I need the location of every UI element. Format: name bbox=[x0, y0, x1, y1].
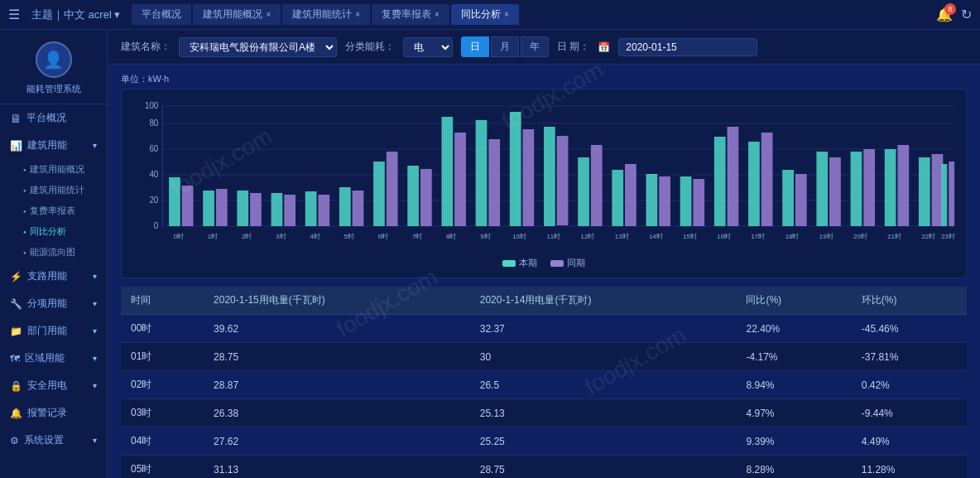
tab-building-stats[interactable]: 建筑用能统计 × bbox=[282, 4, 370, 25]
system-title: 能耗管理系统 bbox=[26, 83, 81, 95]
notification-badge: 8 bbox=[944, 3, 956, 15]
sidebar: 👤 能耗管理系统 🖥 平台概况 📊 建筑用能 ▾ 建筑用能概况 建筑用能统计 复… bbox=[0, 30, 108, 478]
close-icon[interactable]: × bbox=[504, 10, 509, 19]
sidebar-item-settings[interactable]: ⚙ 系统设置 ▾ bbox=[0, 427, 107, 454]
svg-text:9时: 9时 bbox=[480, 233, 490, 240]
cell-chain: -37.81% bbox=[852, 343, 967, 371]
svg-rect-43 bbox=[510, 112, 521, 226]
cell-previous: 25.13 bbox=[470, 399, 737, 427]
svg-rect-58 bbox=[680, 176, 692, 226]
table-row: 05时31.1328.758.28%11.28% bbox=[121, 456, 967, 479]
svg-text:21时: 21时 bbox=[887, 233, 901, 240]
btn-period-year[interactable]: 年 bbox=[521, 36, 549, 57]
btn-period-month[interactable]: 月 bbox=[491, 36, 519, 57]
tab-bar: 平台概况 建筑用能概况 × 建筑用能统计 × 复费率报表 × 同比分析 × bbox=[132, 4, 931, 25]
svg-text:19时: 19时 bbox=[819, 233, 833, 240]
sidebar-item-safety[interactable]: 🔒 安全用电 ▾ bbox=[0, 372, 107, 399]
cell-chain: 4.49% bbox=[852, 427, 967, 456]
table-row: 04时27.6225.259.39%4.49% bbox=[121, 427, 967, 456]
svg-text:14时: 14时 bbox=[649, 233, 663, 240]
cell-chain: -45.46% bbox=[852, 315, 967, 343]
area-icon: 🗺 bbox=[10, 353, 20, 365]
building-label: 建筑名称： bbox=[121, 40, 171, 54]
legend-current: 本期 bbox=[502, 257, 537, 269]
building-select[interactable]: 安科瑞电气股份有限公司A楼 bbox=[179, 37, 337, 57]
svg-rect-56 bbox=[659, 176, 670, 226]
sidebar-item-branch[interactable]: ⚡ 支路用能 ▾ bbox=[0, 263, 107, 290]
svg-rect-13 bbox=[169, 177, 180, 226]
topbar: ☰ 主题｜中文 acrel ▾ 平台概况 建筑用能概况 × 建筑用能统计 × 复… bbox=[0, 0, 980, 30]
svg-text:22时: 22时 bbox=[921, 233, 935, 240]
close-icon[interactable]: × bbox=[435, 10, 440, 19]
btn-period-day[interactable]: 日 bbox=[461, 36, 489, 57]
cell-previous: 32.37 bbox=[470, 315, 737, 343]
refresh-icon[interactable]: ↻ bbox=[961, 7, 972, 22]
sidebar-item-rate-report[interactable]: 复费率报表 bbox=[13, 200, 107, 221]
svg-rect-28 bbox=[339, 187, 351, 226]
cell-time: 04时 bbox=[121, 427, 204, 456]
sidebar-item-platform[interactable]: 🖥 平台概况 bbox=[0, 104, 107, 132]
svg-rect-47 bbox=[557, 136, 569, 225]
data-table-wrap: 时间 2020-1-15用电量(千瓦时) 2020-1-14用电量(千瓦时) 同… bbox=[108, 287, 980, 478]
col-header-previous: 2020-1-14用电量(千瓦时) bbox=[470, 287, 737, 315]
svg-rect-59 bbox=[693, 179, 704, 226]
sidebar-item-building-overview[interactable]: 建筑用能概况 bbox=[13, 159, 107, 180]
sidebar-item-building-stats[interactable]: 建筑用能统计 bbox=[13, 180, 107, 200]
svg-rect-46 bbox=[544, 127, 555, 226]
svg-text:18时: 18时 bbox=[785, 233, 800, 240]
sidebar-item-area[interactable]: 🗺 区域用能 ▾ bbox=[0, 345, 107, 372]
cell-time: 03时 bbox=[121, 399, 204, 427]
close-icon[interactable]: × bbox=[355, 10, 360, 19]
settings-icon: ⚙ bbox=[10, 435, 19, 447]
cell-chain: 0.42% bbox=[852, 371, 967, 399]
alarm-icon: 🔔 bbox=[10, 408, 22, 419]
svg-rect-14 bbox=[182, 186, 194, 226]
svg-text:20时: 20时 bbox=[853, 233, 867, 240]
tab-building-overview[interactable]: 建筑用能概况 × bbox=[193, 4, 281, 25]
tab-platform[interactable]: 平台概况 bbox=[132, 4, 191, 25]
chevron-down-icon: ▾ bbox=[93, 272, 97, 281]
sidebar-item-yoy-analysis[interactable]: 同比分析 bbox=[13, 221, 107, 242]
category-select[interactable]: 电 bbox=[403, 37, 453, 57]
cell-previous: 30 bbox=[470, 343, 737, 371]
legend-color-current bbox=[502, 260, 516, 267]
svg-text:15时: 15时 bbox=[683, 233, 697, 240]
svg-rect-77 bbox=[897, 145, 909, 226]
cell-time: 01时 bbox=[121, 343, 204, 371]
sidebar-item-building[interactable]: 📊 建筑用能 ▾ bbox=[0, 132, 107, 159]
col-header-chain: 环比(%) bbox=[852, 287, 967, 315]
menu-icon[interactable]: ☰ bbox=[8, 7, 20, 22]
branch-icon: ⚡ bbox=[10, 271, 22, 282]
tab-yoy-analysis[interactable]: 同比分析 × bbox=[451, 4, 519, 25]
chevron-down-icon: ▾ bbox=[93, 354, 97, 363]
close-icon[interactable]: × bbox=[266, 10, 271, 19]
table-row: 00时39.6232.3722.40%-45.46% bbox=[121, 315, 967, 343]
notification-icon[interactable]: 🔔 8 bbox=[936, 7, 953, 22]
svg-rect-53 bbox=[625, 164, 637, 226]
svg-rect-26 bbox=[318, 195, 329, 226]
svg-rect-52 bbox=[612, 170, 623, 226]
cell-previous: 26.5 bbox=[470, 371, 737, 399]
sidebar-item-energy-flow[interactable]: 能源流向图 bbox=[13, 242, 107, 263]
svg-text:0: 0 bbox=[154, 221, 159, 230]
cell-yoy: 9.39% bbox=[736, 427, 851, 456]
safety-icon: 🔒 bbox=[10, 380, 22, 392]
cell-time: 05时 bbox=[121, 456, 204, 479]
sidebar-item-category[interactable]: 🔧 分项用能 ▾ bbox=[0, 290, 107, 317]
sidebar-item-dept[interactable]: 📁 部门用能 ▾ bbox=[0, 317, 107, 345]
tab-rate-report[interactable]: 复费率报表 × bbox=[372, 4, 449, 25]
date-label: 日 期： bbox=[557, 40, 589, 54]
svg-text:10时: 10时 bbox=[512, 233, 526, 240]
cell-current: 27.62 bbox=[204, 427, 470, 456]
chart-area: 单位：kW·h 0 20 40 60 80 bbox=[108, 65, 980, 287]
svg-rect-32 bbox=[387, 152, 398, 226]
svg-text:8时: 8时 bbox=[446, 233, 456, 240]
date-input[interactable] bbox=[618, 38, 757, 56]
svg-rect-71 bbox=[829, 157, 841, 226]
col-header-current: 2020-1-15用电量(千瓦时) bbox=[204, 287, 470, 315]
cell-current: 39.62 bbox=[204, 315, 470, 343]
sidebar-item-alarm[interactable]: 🔔 报警记录 bbox=[0, 399, 107, 427]
platform-icon: 🖥 bbox=[10, 112, 22, 125]
cell-yoy: 8.28% bbox=[736, 456, 851, 479]
cell-chain: -9.44% bbox=[852, 399, 967, 427]
